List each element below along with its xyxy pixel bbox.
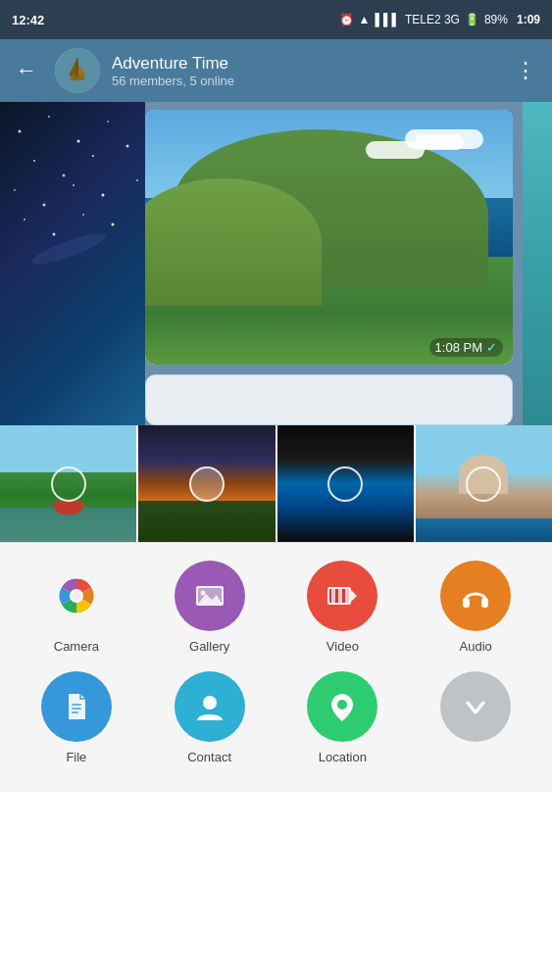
- photo-select-3[interactable]: [327, 466, 363, 502]
- svg-rect-38: [72, 704, 81, 706]
- svg-point-6: [48, 116, 50, 118]
- strip-photo-3[interactable]: [277, 425, 416, 542]
- svg-rect-33: [338, 589, 342, 603]
- svg-point-42: [337, 700, 347, 710]
- group-info: Adventure Time 56 members, 5 online: [112, 54, 497, 88]
- more-icon-circle: [440, 671, 511, 742]
- carrier-label: TELE2 3G: [405, 13, 460, 26]
- toolbar: ← Adventure Time 56 members, 5 online ⋮: [0, 39, 552, 102]
- photo-select-1[interactable]: [51, 466, 86, 502]
- photo-message: 1:08 PM ✓: [145, 110, 513, 365]
- svg-point-5: [19, 130, 22, 133]
- svg-rect-32: [331, 589, 335, 603]
- svg-point-7: [77, 140, 80, 143]
- video-label: Video: [326, 639, 359, 654]
- gallery-icon: [192, 578, 227, 613]
- photo-select-4[interactable]: [466, 466, 501, 502]
- group-name: Adventure Time: [112, 54, 497, 74]
- svg-point-14: [43, 204, 46, 207]
- strip-photo-2[interactable]: [138, 425, 276, 542]
- svg-point-16: [102, 194, 105, 197]
- alarm-icon: ⏰: [339, 13, 354, 26]
- svg-point-8: [107, 121, 109, 122]
- svg-rect-37: [481, 598, 488, 608]
- signal-icon: ▌▌▌: [375, 13, 400, 26]
- second-time: 1:09: [517, 13, 540, 26]
- gallery-icon-circle: [175, 561, 245, 631]
- file-label: File: [66, 750, 86, 764]
- battery-icon: 🔋: [465, 13, 479, 26]
- svg-point-22: [29, 228, 109, 270]
- loading-message: [145, 374, 513, 425]
- svg-rect-34: [345, 589, 349, 603]
- location-label: Location: [319, 750, 367, 764]
- checkmark-icon: ✓: [486, 340, 497, 355]
- svg-point-9: [33, 160, 35, 162]
- contact-icon: [192, 689, 227, 724]
- svg-point-20: [112, 223, 115, 226]
- video-icon-circle: [307, 561, 377, 631]
- audio-label: Audio: [460, 639, 492, 654]
- svg-rect-40: [72, 711, 78, 713]
- cloud3: [366, 141, 425, 159]
- svg-point-11: [92, 155, 94, 157]
- status-time: 12:42: [12, 13, 44, 27]
- photo-select-2[interactable]: [189, 466, 225, 502]
- location-icon: [325, 689, 360, 724]
- file-icon: [59, 689, 94, 724]
- wifi-icon: ▲: [359, 13, 371, 26]
- more-picker[interactable]: [427, 671, 525, 764]
- svg-rect-4: [77, 58, 78, 77]
- svg-point-10: [63, 174, 66, 177]
- avatar: [55, 48, 100, 93]
- contact-picker[interactable]: Contact: [161, 671, 259, 764]
- attachment-picker: Camera Gallery: [0, 543, 552, 792]
- svg-point-18: [53, 233, 56, 236]
- photo-strip: [0, 425, 552, 543]
- gallery-picker[interactable]: Gallery: [161, 561, 259, 654]
- group-meta: 56 members, 5 online: [112, 74, 497, 88]
- video-picker[interactable]: Video: [293, 561, 391, 654]
- contact-label: Contact: [187, 750, 231, 764]
- strip-photo-4[interactable]: [416, 425, 552, 542]
- chat-area: 1:08 PM ✓: [0, 102, 552, 425]
- svg-rect-36: [463, 598, 470, 608]
- strip-photo-1[interactable]: [0, 425, 138, 542]
- contact-icon-circle: [175, 671, 245, 742]
- file-icon-circle: [41, 671, 112, 742]
- file-picker[interactable]: File: [27, 671, 125, 764]
- camera-picker[interactable]: Camera: [27, 561, 125, 654]
- audio-icon: [458, 578, 493, 613]
- svg-point-29: [200, 591, 205, 596]
- status-right: ⏰ ▲ ▌▌▌ TELE2 3G 🔋 89% 1:09: [339, 13, 541, 26]
- svg-point-13: [14, 189, 16, 191]
- svg-rect-39: [72, 708, 81, 710]
- right-bg: [523, 102, 552, 425]
- picker-row-2: File Contact Location: [10, 671, 542, 764]
- location-picker[interactable]: Location: [293, 671, 391, 764]
- svg-point-15: [73, 184, 75, 186]
- video-icon: [325, 578, 360, 613]
- location-icon-circle: [307, 671, 377, 742]
- audio-picker[interactable]: Audio: [427, 561, 525, 654]
- battery-label: 89%: [484, 13, 508, 26]
- svg-point-17: [24, 219, 25, 220]
- audio-icon-circle: [440, 561, 511, 631]
- night-sky-bg: [0, 102, 145, 425]
- svg-point-25: [72, 591, 81, 601]
- message-timestamp: 1:08 PM ✓: [429, 338, 503, 357]
- svg-point-41: [203, 696, 217, 710]
- landscape-photo: [145, 110, 513, 365]
- more-button[interactable]: ⋮: [509, 52, 542, 89]
- camera-icon-circle: [41, 561, 112, 631]
- camera-icon: [56, 575, 97, 616]
- status-bar: 12:42 ⏰ ▲ ▌▌▌ TELE2 3G 🔋 89% 1:09: [0, 0, 552, 39]
- back-button[interactable]: ←: [10, 52, 43, 89]
- chevron-down-icon: [458, 689, 493, 724]
- svg-marker-35: [351, 590, 357, 602]
- camera-label: Camera: [54, 639, 99, 654]
- svg-point-12: [126, 145, 129, 148]
- picker-row-1: Camera Gallery: [10, 561, 542, 654]
- svg-point-19: [82, 214, 84, 216]
- gallery-label: Gallery: [189, 639, 229, 654]
